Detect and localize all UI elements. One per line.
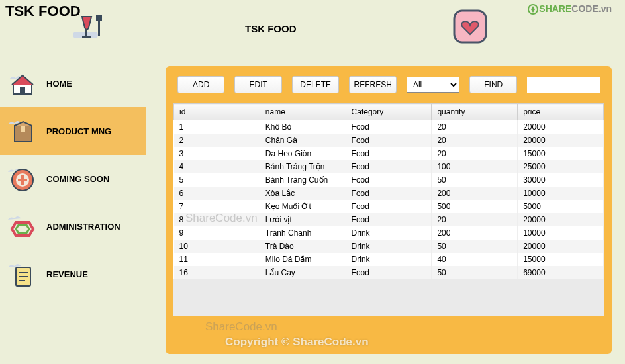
cell-id: 3 bbox=[174, 147, 260, 160]
page-title: TSK FOOD bbox=[245, 23, 297, 34]
cell-name: Trành Chanh bbox=[260, 226, 346, 240]
cell-name: Bánh Tráng Trộn bbox=[260, 160, 346, 173]
heart-icon bbox=[450, 7, 490, 49]
cell-quantity: 200 bbox=[432, 226, 518, 240]
cell-category: Food bbox=[346, 173, 432, 187]
sidebar-item-label: ADMINISTRATION bbox=[46, 222, 120, 232]
cell-name: Lưới vịt bbox=[260, 213, 346, 226]
table-row[interactable]: 2Chân GàFood2020000 bbox=[174, 134, 604, 147]
cell-price: 20000 bbox=[518, 134, 604, 147]
header: TSK FOOD TSK FOOD SHARECODE.vn bbox=[0, 0, 625, 60]
cell-category: Food bbox=[346, 200, 432, 213]
find-button[interactable]: FIND bbox=[469, 76, 516, 93]
cell-price: 10000 bbox=[518, 187, 604, 200]
search-input[interactable] bbox=[527, 77, 600, 93]
col-id[interactable]: id bbox=[174, 104, 260, 120]
cell-id: 16 bbox=[174, 266, 260, 279]
cell-id: 9 bbox=[174, 226, 260, 240]
svg-rect-7 bbox=[20, 87, 25, 94]
cell-price: 5000 bbox=[518, 200, 604, 213]
cell-name: Kẹo Muối Ớt bbox=[260, 200, 346, 213]
cell-category: Food bbox=[346, 134, 432, 147]
toolbar: ADD EDIT DELETE REFRESH All FIND bbox=[166, 66, 612, 103]
cell-id: 11 bbox=[174, 253, 260, 266]
cell-category: Food bbox=[346, 120, 432, 134]
cell-quantity: 50 bbox=[432, 240, 518, 253]
sidebar-item-label: HOME bbox=[46, 79, 72, 89]
sidebar-item-coming-soon[interactable]: COMING SOON bbox=[0, 155, 146, 203]
admin-icon bbox=[7, 210, 38, 242]
col-name[interactable]: name bbox=[260, 104, 346, 120]
svg-rect-1 bbox=[85, 29, 87, 36]
svg-rect-9 bbox=[21, 126, 25, 132]
col-price[interactable]: price bbox=[518, 104, 604, 120]
svg-rect-4 bbox=[96, 15, 102, 21]
logo-text-c: .vn bbox=[599, 3, 612, 14]
cell-id: 6 bbox=[174, 187, 260, 200]
cell-name: Chân Gà bbox=[260, 134, 346, 147]
table-row[interactable]: 1Khô BòFood2020000 bbox=[174, 120, 604, 134]
logo-text-b: CODE bbox=[571, 3, 598, 14]
plus-circle-icon bbox=[7, 163, 38, 195]
cell-id: 8 bbox=[174, 213, 260, 226]
cell-name: Lẩu Cay bbox=[260, 266, 346, 279]
package-icon bbox=[7, 115, 38, 147]
home-icon bbox=[7, 68, 38, 99]
add-button[interactable]: ADD bbox=[177, 76, 224, 93]
sidebar: HOME PRODUCT MNG COMING SOON bbox=[0, 60, 146, 364]
table-row[interactable]: 16Lẩu CayFood5069000 bbox=[174, 266, 604, 279]
cell-category: Food bbox=[346, 160, 432, 173]
edit-button[interactable]: EDIT bbox=[234, 76, 281, 93]
cell-category: Drink bbox=[346, 253, 432, 266]
delete-button[interactable]: DELETE bbox=[292, 76, 339, 93]
sharecode-logo: SHARECODE.vn bbox=[527, 3, 612, 15]
cell-category: Food bbox=[346, 187, 432, 200]
sidebar-item-label: PRODUCT MNG bbox=[46, 126, 111, 136]
svg-rect-2 bbox=[82, 36, 91, 38]
table-row[interactable]: 10Trà ĐàoDrink5020000 bbox=[174, 240, 604, 253]
cell-price: 20000 bbox=[518, 213, 604, 226]
cell-name: Xòa Lắc bbox=[260, 187, 346, 200]
table-row[interactable]: 4Bánh Tráng TrộnFood10025000 bbox=[174, 160, 604, 173]
table-row[interactable]: 9Trành ChanhDrink20010000 bbox=[174, 226, 604, 240]
table-row[interactable]: 6Xòa LắcFood20010000 bbox=[174, 187, 604, 200]
cell-category: Food bbox=[346, 147, 432, 160]
sidebar-item-home[interactable]: HOME bbox=[0, 60, 146, 107]
cell-quantity: 20 bbox=[432, 134, 518, 147]
cell-id: 5 bbox=[174, 173, 260, 187]
cell-price: 69000 bbox=[518, 266, 604, 279]
col-quantity[interactable]: quantity bbox=[432, 104, 518, 120]
sidebar-item-product-mng[interactable]: PRODUCT MNG bbox=[0, 107, 146, 155]
cell-price: 25000 bbox=[518, 160, 604, 173]
cell-category: Food bbox=[346, 213, 432, 226]
table-row[interactable]: 3Da Heo GiònFood2015000 bbox=[174, 147, 604, 160]
cell-price: 15000 bbox=[518, 147, 604, 160]
refresh-button[interactable]: REFRESH bbox=[349, 76, 396, 93]
table-row[interactable]: 5Bánh Tráng CuốnFood5030000 bbox=[174, 173, 604, 187]
cell-quantity: 40 bbox=[432, 253, 518, 266]
document-icon bbox=[7, 258, 38, 290]
cell-id: 10 bbox=[174, 240, 260, 253]
cell-price: 30000 bbox=[518, 173, 604, 187]
cell-name: Bánh Tráng Cuốn bbox=[260, 173, 346, 187]
cell-category: Drink bbox=[346, 240, 432, 253]
sidebar-item-revenue[interactable]: REVENUE bbox=[0, 250, 146, 298]
sidebar-item-label: REVENUE bbox=[46, 269, 88, 279]
table-row[interactable]: 11Milo Đá DầmDrink4015000 bbox=[174, 253, 604, 266]
cell-price: 15000 bbox=[518, 253, 604, 266]
product-table-wrap: id name Category quantity price 1Khô BòF… bbox=[173, 103, 604, 316]
cell-name: Da Heo Giòn bbox=[260, 147, 346, 160]
table-header-row: id name Category quantity price bbox=[174, 104, 604, 120]
content-panel: ADD EDIT DELETE REFRESH All FIND id name… bbox=[166, 66, 612, 354]
table-footer-space bbox=[173, 279, 604, 316]
table-row[interactable]: 8Lưới vịtFood2020000 bbox=[174, 213, 604, 226]
sidebar-item-administration[interactable]: ADMINISTRATION bbox=[0, 203, 146, 250]
table-row[interactable]: 7Kẹo Muối ỚtFood5005000 bbox=[174, 200, 604, 213]
filter-dropdown[interactable]: All bbox=[407, 77, 460, 93]
sidebar-item-label: COMING SOON bbox=[46, 174, 109, 184]
product-table: id name Category quantity price 1Khô BòF… bbox=[173, 103, 604, 279]
cell-quantity: 50 bbox=[432, 266, 518, 279]
cell-price: 20000 bbox=[518, 240, 604, 253]
col-category[interactable]: Category bbox=[346, 104, 432, 120]
cell-name: Khô Bò bbox=[260, 120, 346, 134]
